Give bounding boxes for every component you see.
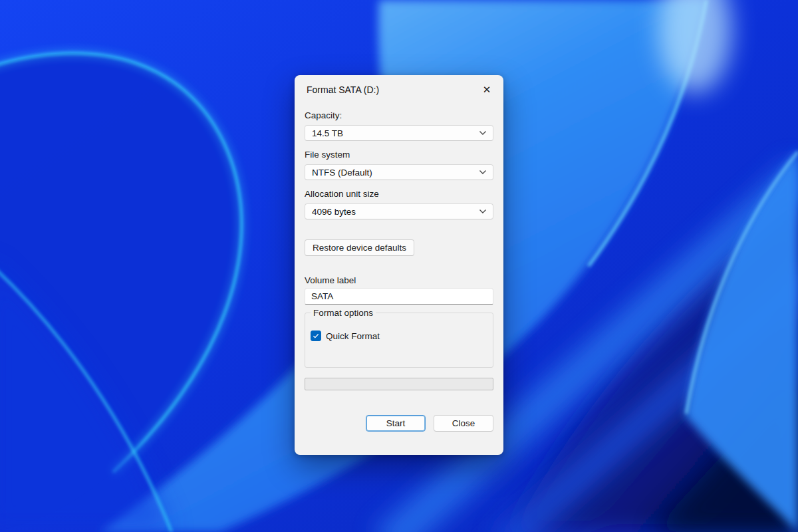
allocation-unit-value: 4096 bytes <box>312 207 356 217</box>
dialog-actions: Start Close <box>305 415 493 432</box>
format-options-group: Format options Quick Format <box>305 313 493 368</box>
chevron-down-icon <box>479 130 487 136</box>
volume-label-input[interactable] <box>305 288 493 305</box>
volume-label: Volume label <box>305 275 493 285</box>
format-options-legend: Format options <box>311 308 376 318</box>
dialog-titlebar: Format SATA (D:) ✕ <box>295 75 503 97</box>
quick-format-label[interactable]: Quick Format <box>326 331 380 341</box>
format-dialog: Format SATA (D:) ✕ Capacity: 14.5 TB Fil… <box>295 75 503 455</box>
format-progress-bar <box>305 378 493 390</box>
file-system-value: NTFS (Default) <box>312 168 372 178</box>
allocation-unit-dropdown[interactable]: 4096 bytes <box>305 203 493 219</box>
close-icon: ✕ <box>483 84 491 96</box>
file-system-dropdown[interactable]: NTFS (Default) <box>305 164 493 180</box>
close-window-button[interactable]: ✕ <box>477 82 497 98</box>
quick-format-checkbox[interactable] <box>311 331 321 341</box>
desktop: Format SATA (D:) ✕ Capacity: 14.5 TB Fil… <box>0 0 798 532</box>
close-button[interactable]: Close <box>434 415 493 432</box>
chevron-down-icon <box>479 209 487 214</box>
dialog-title: Format SATA (D:) <box>307 84 379 95</box>
capacity-dropdown[interactable]: 14.5 TB <box>305 125 493 141</box>
restore-device-defaults-button[interactable]: Restore device defaults <box>305 239 414 256</box>
chevron-down-icon <box>479 170 487 175</box>
capacity-label: Capacity: <box>305 110 493 120</box>
dialog-content: Capacity: 14.5 TB File system NTFS (Defa… <box>295 110 503 432</box>
capacity-value: 14.5 TB <box>312 128 343 138</box>
start-button[interactable]: Start <box>366 415 426 432</box>
check-icon <box>312 332 320 340</box>
file-system-label: File system <box>305 150 493 160</box>
allocation-unit-label: Allocation unit size <box>305 189 493 199</box>
